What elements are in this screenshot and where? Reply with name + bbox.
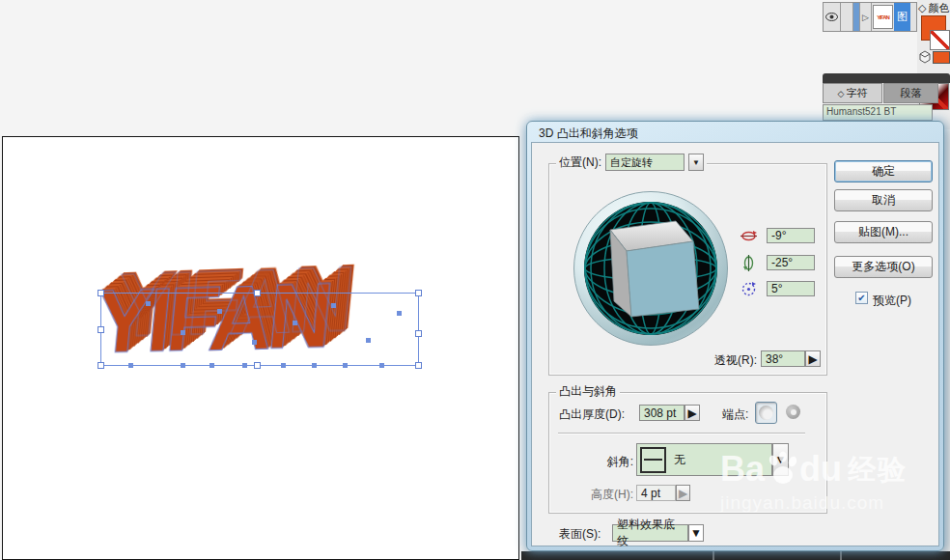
extrude-depth-field[interactable]: 308 pt	[639, 405, 685, 421]
extrude-depth-label: 凸出厚度(D):	[559, 406, 625, 423]
anchor-point[interactable]	[128, 363, 133, 368]
anchor-point[interactable]	[181, 330, 185, 335]
rotate-x-icon[interactable]	[740, 228, 757, 244]
watermark-brand-prefix: Ba	[720, 450, 765, 489]
anchor-point[interactable]	[242, 363, 247, 368]
selection-handle[interactable]	[98, 290, 104, 296]
anchor-point[interactable]	[210, 363, 214, 368]
anchor-point[interactable]	[146, 301, 151, 306]
color-panel-title: 颜色	[928, 1, 949, 15]
selection-handle[interactable]	[415, 362, 422, 369]
anchor-point[interactable]	[181, 363, 185, 368]
cancel-button[interactable]: 取消	[834, 189, 933, 211]
watermark-brand-suffix: du	[799, 450, 842, 489]
bevel-height-label: 高度(H):	[581, 487, 633, 503]
panel-divider	[712, 551, 714, 560]
perspective-label: 透视(R):	[699, 352, 757, 369]
bevel-label: 斜角:	[587, 454, 633, 470]
extrude-section-title: 凸出与斜角	[559, 383, 617, 400]
position-dropdown-button[interactable]: ▼	[688, 154, 704, 171]
watermark-brand-cn: 经验	[848, 450, 908, 489]
cap-off-icon	[791, 409, 796, 415]
panel-collapse-icon[interactable]: ◇	[918, 2, 926, 14]
surface-label: 表面(S):	[559, 526, 601, 543]
layer-lock-cell[interactable]	[841, 3, 853, 31]
section-divider	[558, 433, 805, 434]
anchor-point[interactable]	[366, 338, 371, 343]
font-family-field[interactable]: Humanst521 BT	[823, 104, 933, 121]
panel-collapse-icon: ◇	[838, 89, 845, 98]
rotate-x-field[interactable]: -9°	[767, 228, 815, 243]
rotation-trackball[interactable]	[573, 191, 728, 346]
selection-handle[interactable]	[254, 290, 261, 296]
rotate-y-field[interactable]: -25°	[767, 255, 815, 270]
rotate-z-icon[interactable]	[740, 281, 757, 297]
more-options-button[interactable]: 更多选项(O)	[834, 256, 933, 278]
cap-off-button[interactable]	[786, 405, 800, 419]
trackball-sphere	[574, 192, 727, 345]
surface-dropdown[interactable]: 塑料效果底纹	[612, 524, 688, 542]
anchor-point[interactable]	[217, 309, 222, 314]
watermark-site: jingyan.baidu.com	[720, 492, 950, 514]
perspective-field[interactable]: 38°	[761, 350, 805, 367]
anchor-point[interactable]	[331, 303, 336, 308]
layers-panel-tab-partial[interactable]: 图	[894, 3, 910, 31]
paw-icon	[766, 451, 798, 488]
extrude-depth-spinner[interactable]: ▶	[685, 405, 700, 421]
selection-handle[interactable]	[98, 326, 104, 333]
panel-header-bar[interactable]	[823, 73, 950, 83]
stroke-none-swatch[interactable]	[930, 30, 950, 50]
extrude-bevel-legend: 凸出与斜角	[556, 383, 620, 400]
anchor-point[interactable]	[281, 363, 286, 368]
ok-button[interactable]: 确定	[834, 160, 933, 182]
anchor-point[interactable]	[252, 340, 257, 345]
rotate-z-field[interactable]: 5°	[767, 281, 815, 296]
anchor-point[interactable]	[312, 363, 317, 368]
panel-divider	[840, 551, 842, 560]
preview-checkbox[interactable]: ✔	[855, 292, 868, 304]
position-dropdown[interactable]: 自定旋转	[605, 154, 685, 171]
selection-handle[interactable]	[415, 330, 422, 337]
selection-handle[interactable]	[254, 362, 261, 369]
selection-handle[interactable]	[98, 362, 104, 369]
cap-on-icon	[759, 406, 773, 420]
caps-label: 端点:	[722, 406, 748, 423]
eye-icon	[825, 13, 838, 21]
tab-character[interactable]: ◇ 字符	[823, 83, 882, 103]
position-legend: 位置(N): 自定旋转 ▼	[556, 154, 707, 171]
perspective-spinner[interactable]: ▶	[805, 350, 821, 367]
bottom-panel-strip	[521, 551, 950, 560]
layers-panel-row[interactable]: ▷ YIFAN 图	[823, 2, 917, 32]
cap-on-button[interactable]	[755, 402, 777, 424]
rotate-y-icon[interactable]	[740, 255, 757, 271]
layer-expand-arrow[interactable]: ▷	[859, 3, 872, 31]
layer-thumbnail-text: YIFAN	[877, 14, 889, 20]
application-window: YIFAN YIFAN YIFAN	[0, 0, 950, 560]
dialog-title: 3D 凸出和斜角选项	[539, 126, 638, 142]
map-art-button[interactable]: 贴图(M)...	[834, 221, 933, 243]
3d-cube-icon	[917, 49, 933, 65]
layer-visibility-toggle[interactable]	[824, 3, 841, 31]
tab-paragraph-label: 段落	[901, 86, 922, 100]
selection-handle[interactable]	[415, 290, 422, 296]
surface-dropdown-button[interactable]: ▼	[688, 524, 704, 542]
bevel-height-field: 4 pt	[636, 485, 676, 501]
anchor-point[interactable]	[293, 321, 297, 325]
anchor-point[interactable]	[379, 363, 384, 368]
preview-label: 预览(P)	[873, 293, 911, 309]
tab-paragraph[interactable]: 段落	[883, 83, 938, 103]
bevel-preview-icon	[640, 447, 666, 473]
layer-thumbnail[interactable]: YIFAN	[873, 5, 893, 29]
bevel-height-spinner: ▶	[676, 485, 690, 501]
tab-character-label: 字符	[846, 86, 867, 100]
bevel-value: 无	[674, 452, 685, 468]
appearance-fill-chip[interactable]	[933, 51, 950, 64]
anchor-point[interactable]	[397, 311, 402, 316]
position-label: 位置(N):	[559, 154, 601, 171]
baidu-watermark: Ba du 经验 jingyan.baidu.com	[720, 450, 950, 514]
anchor-point[interactable]	[343, 363, 348, 368]
selection-bounding-box[interactable]	[100, 293, 419, 366]
